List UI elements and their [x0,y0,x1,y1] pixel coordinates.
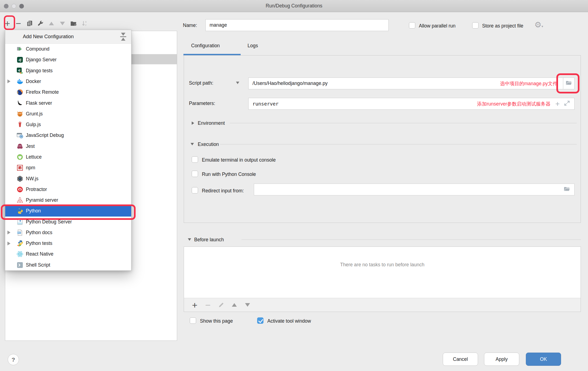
expand-arrow-icon[interactable] [7,242,10,245]
menu-item-label: npm [26,165,35,171]
menu-item-label: Python [26,208,41,214]
minimize-window-icon[interactable] [12,4,16,9]
allow-parallel-run-label: Allow parallel run [419,23,455,29]
execution-section-label: Execution [198,142,219,147]
edit-pencil-icon[interactable] [218,301,225,309]
environment-expand-icon[interactable] [192,121,194,125]
allow-parallel-run-checkbox[interactable] [409,22,415,29]
tab-configuration[interactable]: Configuration [191,43,220,49]
menu-item-grunt-js[interactable]: Grunt.js [5,109,131,119]
before-launch-section-label: Before launch [194,237,224,243]
move-up-icon[interactable] [231,301,238,309]
store-as-project-file-checkbox[interactable] [472,22,479,29]
script-path-annotation: 选中项目的manage.py文件 [500,80,557,87]
configurations-toolbar: +−az [4,16,88,31]
menu-item-docker[interactable]: Docker [5,76,131,87]
move-up-icon[interactable] [48,20,55,27]
ok-button[interactable]: OK [526,353,561,366]
tab-logs[interactable]: Logs [248,43,258,49]
execution-collapse-icon[interactable] [191,143,194,145]
emulate-terminal-label: Emulate terminal in output console [202,157,276,163]
menu-item-jest[interactable]: Jest [5,141,131,152]
menu-item-javascript-debug[interactable]: JavaScript Debug [5,130,131,141]
cancel-button[interactable]: Cancel [443,353,478,366]
window-title: Run/Debug Configurations [266,3,322,9]
menu-item-label: Jest [26,143,35,149]
menu-item-gulp-js[interactable]: Gulp.js [5,119,131,130]
flask-icon [16,99,23,107]
menu-item-npm[interactable]: npm [5,162,131,173]
emulate-terminal-checkbox[interactable] [192,156,198,163]
menu-item-react-native[interactable]: React Native [5,249,131,259]
expand-arrow-icon[interactable] [7,79,10,83]
menu-item-label: Protractor [26,187,47,192]
svg-text:dj: dj [18,69,20,72]
menu-item-label: Docker [26,79,41,84]
grunt-icon [16,110,23,117]
parameters-value: runserver [252,101,279,107]
menu-item-label: Python Debug Server [26,219,72,225]
expand-field-icon[interactable] [564,100,570,108]
menu-item-label: Django tests [26,68,53,74]
add-icon[interactable]: + [191,301,198,309]
gulp-icon [16,121,23,128]
activate-tool-window-checkbox[interactable] [257,317,263,324]
move-down-icon[interactable] [59,20,66,27]
redirect-input-field[interactable] [254,184,575,195]
sort-alphabetically-icon[interactable]: az [81,20,88,27]
django-server-icon: dj [16,56,23,63]
menu-item-protractor[interactable]: Protractor [5,184,131,195]
script-path-field[interactable]: /Users/Hao/hellodjango/manage.py 选中项目的ma… [248,77,563,89]
menu-item-django-server[interactable]: djDjango Server [5,54,131,65]
before-launch-collapse-icon[interactable] [188,238,191,241]
menu-item-python[interactable]: Python [5,206,131,216]
expand-arrow-icon[interactable] [7,231,10,234]
close-window-icon[interactable] [4,4,9,9]
activate-tool-window-label: Activate tool window [267,318,311,324]
remove-icon[interactable]: − [204,301,211,309]
svg-text:RST: RST [17,232,21,233]
edit-defaults-wrench-icon[interactable] [37,20,44,27]
name-field-wrap [205,19,389,31]
menu-item-label: React Native [26,251,53,257]
menu-item-firefox-remote[interactable]: Firefox Remote [5,87,131,98]
gear-icon[interactable]: ⚙▾ [534,21,543,29]
name-input[interactable] [210,22,384,28]
menu-item-python-tests[interactable]: Python tests [5,238,131,249]
open-folder-icon[interactable] [564,185,570,194]
menu-item-shell-script[interactable]: Shell Script [5,260,131,270]
remove-icon[interactable]: − [15,20,22,27]
add-icon[interactable]: + [4,20,11,27]
menu-item-label: Gulp.js [26,122,41,128]
menu-item-compound[interactable]: Compound [5,44,131,54]
parameters-field[interactable]: runserver 添加runserver参数启动测试服务器 + [248,98,575,110]
menu-item-pyramid-server[interactable]: Pyramid server [5,195,131,206]
before-launch-empty-text: There are no tasks to run before launch [184,262,581,268]
menu-item-label: Django Server [26,57,57,63]
redirect-input-checkbox[interactable] [192,187,198,193]
copy-icon[interactable] [26,20,33,27]
menu-item-python-debug-server[interactable]: Python Debug Server [5,217,131,227]
store-as-project-file-label: Store as project file [482,23,523,29]
script-path-dropdown-icon[interactable] [236,82,239,84]
new-folder-icon[interactable] [70,20,77,27]
script-path-browse-button[interactable] [563,77,575,89]
shell-icon [16,261,23,268]
menu-item-lettuce[interactable]: Lettuce [5,152,131,162]
menu-item-flask-server[interactable]: Flask server [5,98,131,108]
collapse-list-icon[interactable] [120,33,126,41]
firefox-icon [16,89,23,96]
menu-item-nw-js[interactable]: NW.js [5,173,131,184]
menu-item-label: Grunt.js [26,111,43,117]
menu-item-django-tests[interactable]: djDjango tests [5,65,131,76]
apply-button[interactable]: Apply [484,353,519,366]
move-down-icon[interactable] [244,301,251,309]
help-button[interactable]: ? [8,354,19,365]
parameters-annotation: 添加runserver参数启动测试服务器 [477,101,550,107]
python-docs-icon: RST [16,229,23,236]
show-this-page-checkbox[interactable] [190,317,196,324]
run-with-python-console-checkbox[interactable] [192,171,198,177]
zoom-window-icon[interactable] [19,4,24,9]
svg-text:a: a [85,20,87,23]
menu-item-python-docs[interactable]: RSTPython docs [5,227,131,238]
